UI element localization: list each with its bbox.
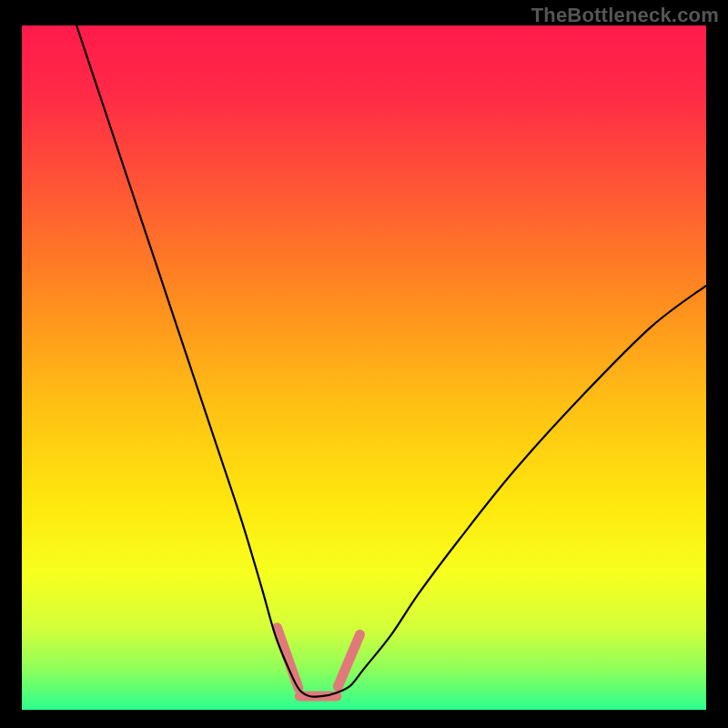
watermark-text: TheBottleneck.com	[531, 4, 719, 27]
bottleneck-chart	[22, 25, 706, 710]
app-frame: TheBottleneck.com	[0, 0, 728, 728]
gradient-background	[22, 25, 706, 710]
plot-area	[22, 25, 706, 710]
